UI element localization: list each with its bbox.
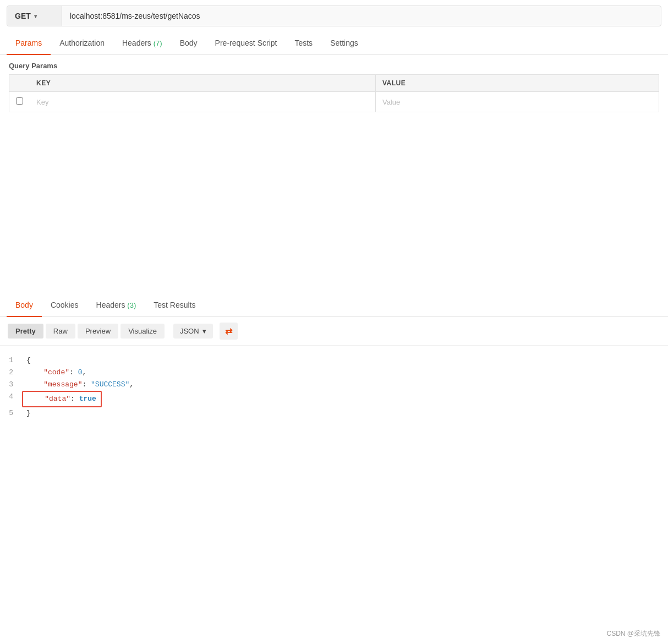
tab-tests[interactable]: Tests (286, 32, 321, 55)
col-key: KEY (30, 75, 375, 92)
key-cell[interactable]: Key (30, 92, 375, 112)
tab-authorization[interactable]: Authorization (51, 32, 113, 55)
view-visualize-button[interactable]: Visualize (121, 324, 165, 339)
response-tabs: Body Cookies Headers (3) Test Results (0, 294, 668, 317)
response-tab-test-results[interactable]: Test Results (145, 294, 204, 317)
view-pretty-button[interactable]: Pretty (8, 324, 43, 339)
request-tabs: Params Authorization Headers (7) Body Pr… (0, 32, 668, 55)
code-area: 1 { 2 "code": 0, 3 "message": "SUCCESS",… (0, 346, 668, 428)
tab-body[interactable]: Body (171, 32, 206, 55)
url-input[interactable] (62, 6, 661, 26)
code-line-2: 2 "code": 0, (0, 367, 668, 379)
params-table: KEY VALUE Key Value (9, 74, 659, 112)
table-row: Key Value (9, 92, 659, 112)
line-number: 1 (0, 354, 22, 367)
method-dropdown[interactable]: GET ▾ (7, 6, 62, 26)
response-tab-body[interactable]: Body (7, 294, 42, 317)
wrap-icon: ⇄ (225, 326, 232, 336)
row-checkbox[interactable] (9, 92, 30, 112)
line-number: 2 (0, 367, 22, 379)
line-content: "data": true (22, 391, 668, 407)
line-number: 4 (0, 391, 22, 403)
method-label: GET (15, 12, 31, 20)
line-content: "message": "SUCCESS", (22, 379, 668, 391)
tab-settings[interactable]: Settings (321, 32, 367, 55)
code-line-5: 5 } (0, 407, 668, 419)
format-label: JSON (180, 327, 199, 335)
checkbox-input[interactable] (16, 97, 23, 105)
line-content: { (22, 354, 668, 367)
code-line-3: 3 "message": "SUCCESS", (0, 379, 668, 391)
response-tab-headers[interactable]: Headers (3) (87, 294, 145, 317)
url-bar: GET ▾ (7, 6, 661, 26)
line-number: 5 (0, 407, 22, 419)
line-content: } (22, 407, 668, 419)
line-number: 3 (0, 379, 22, 391)
line-content: "code": 0, (22, 367, 668, 379)
tab-pre-request-script[interactable]: Pre-request Script (206, 32, 286, 55)
code-line-1: 1 { (0, 354, 668, 367)
query-params-title: Query Params (9, 62, 659, 70)
tab-params[interactable]: Params (7, 32, 51, 55)
method-chevron-icon: ▾ (34, 13, 37, 19)
tab-headers[interactable]: Headers (7) (113, 32, 171, 55)
view-preview-button[interactable]: Preview (78, 324, 118, 339)
params-section: Query Params KEY VALUE Key Value (0, 55, 668, 112)
highlight-box: "data": true (22, 391, 102, 407)
empty-area (0, 112, 668, 294)
format-chevron-icon: ▾ (202, 327, 206, 335)
col-checkbox (9, 75, 30, 92)
wrap-button[interactable]: ⇄ (220, 323, 238, 340)
response-tab-cookies[interactable]: Cookies (42, 294, 87, 317)
col-value: VALUE (375, 75, 659, 92)
format-dropdown[interactable]: JSON ▾ (173, 324, 213, 339)
value-cell[interactable]: Value (375, 92, 659, 112)
code-line-4: 4 "data": true (0, 391, 668, 407)
view-raw-button[interactable]: Raw (46, 324, 75, 339)
response-controls: Pretty Raw Preview Visualize JSON ▾ ⇄ (0, 317, 668, 346)
